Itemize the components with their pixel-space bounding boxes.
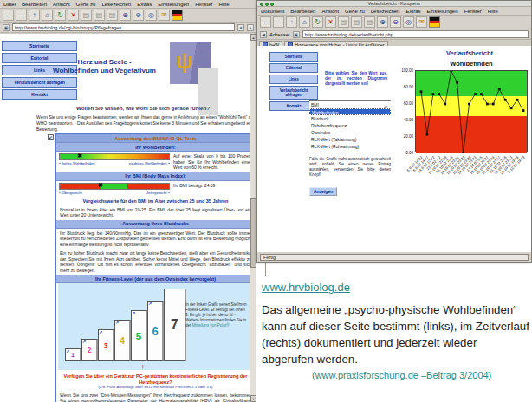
menu-item[interactable]: Gehe zu <box>345 9 365 14</box>
scroll-down-icon[interactable]: ▼ <box>250 395 256 402</box>
print-icon[interactable]: ▤ <box>364 16 375 28</box>
scrollbar-thumb[interactable] <box>250 198 256 268</box>
step-arrow-icon: ↗ <box>99 329 102 334</box>
menu-item[interactable]: Extras <box>405 9 420 14</box>
menu-item[interactable]: Bearbeiten <box>22 2 47 7</box>
caption-source-link[interactable]: (www.praxisforschung.de –Beitrag 3/2004) <box>262 370 531 380</box>
listbox-item[interactable]: BMI <box>309 101 391 108</box>
listbox-item[interactable]: Ruheherzfrequenz <box>309 122 391 129</box>
new-document-icon[interactable]: ▤ <box>81 10 92 21</box>
forward-icon[interactable]: → <box>16 10 27 21</box>
open-document-icon[interactable]: ▤ <box>351 16 362 28</box>
stop-icon[interactable]: ✕ <box>325 16 336 28</box>
find-icon[interactable]: ◎ <box>403 16 414 28</box>
listbox-item[interactable]: RLX-Wert (Taktatmung) <box>309 136 391 143</box>
sidebar-item[interactable]: Startseite <box>269 52 318 62</box>
wellbeing-row: ✖ « hohes Wohlbefinden niedriges Wohlbef… <box>56 152 255 172</box>
menu-item[interactable]: Ansicht <box>53 2 70 7</box>
listbox-item[interactable]: Wohlbefinden <box>309 108 391 115</box>
print-icon[interactable]: ▤ <box>107 10 118 21</box>
sidebar-item[interactable]: Kontakt <box>2 89 77 100</box>
find-icon[interactable]: ◎ <box>146 10 157 21</box>
reload-icon[interactable]: ↻ <box>312 16 323 28</box>
back-icon[interactable]: ← <box>3 10 14 21</box>
menu-item[interactable]: Einstellungen <box>158 2 189 7</box>
mail-icon[interactable]: ✉ <box>416 16 427 28</box>
anzeigen-button[interactable]: Anzeigen <box>309 187 337 196</box>
menu-item[interactable]: Einstellungen <box>426 9 457 14</box>
up-icon[interactable]: ↑ <box>286 16 297 28</box>
device-question-sub: (z.B. Polar Advantage oder S810 mit Soft… <box>56 385 255 391</box>
wellbeing-result-text: Auf einer Skala von 0 bis 100 Prozent ha… <box>170 153 252 171</box>
zoom-out-icon[interactable]: ⊖ <box>133 10 144 21</box>
stop-icon[interactable]: ✕ <box>68 10 79 21</box>
home-icon[interactable]: ⌂ <box>299 16 310 28</box>
refresh-note: Falls die Grafik nicht automatisch gewec… <box>309 157 391 178</box>
bmi-compare-text: Normal ist in Ihrem Alter ein BMI von 20… <box>56 205 255 220</box>
y-tick-label: 60.00 <box>389 101 413 106</box>
chart-line-svg <box>416 71 529 153</box>
menu-item[interactable]: Gehe zu <box>76 2 96 7</box>
zoom-in-icon[interactable]: ⊕ <box>120 10 131 21</box>
bloodpressure-text-1: Ihr Blutdruck liegt bei 140/90mmHg. Das … <box>56 229 255 250</box>
sidebar-item[interactable]: Startseite <box>2 41 77 51</box>
menu-item[interactable]: Bearbeiten <box>290 9 315 14</box>
home-icon[interactable]: ⌂ <box>42 10 53 21</box>
address-bar: ◀ Adresse: ▣ http://www.hrvbiolog.de/ver… <box>257 29 531 40</box>
bmi-scale-right-label: Untergewicht » <box>146 191 170 195</box>
menu-item[interactable]: Extras <box>137 2 152 7</box>
listbox-item[interactable]: Owsindex <box>309 129 391 136</box>
menu-item[interactable]: Dokument <box>261 9 284 14</box>
german-flag-icon[interactable] <box>429 16 440 28</box>
back-icon[interactable]: ← <box>260 16 271 28</box>
menu-item[interactable]: Hilfe <box>219 2 230 7</box>
checkbox-icon[interactable]: ✔ <box>48 134 54 140</box>
sidebar-item[interactable]: Verlaufsbericht abfragen <box>269 86 318 100</box>
vertical-scrollbar[interactable]: ▲ ▼ <box>250 34 256 402</box>
caption-text: Das allgemeine „psycho-physische Wohlbef… <box>262 302 531 368</box>
title-bar[interactable]: Verlaufsbericht - Konqueror <box>257 1 531 7</box>
wellbeing-header: Ihr Wohlbefinden: <box>56 143 255 152</box>
listbox-item[interactable]: Blutdruck <box>309 115 391 122</box>
step-arrow-icon: ↗ <box>132 310 135 315</box>
new-document-icon[interactable]: ▤ <box>338 16 349 28</box>
plot-area <box>415 70 528 152</box>
sidebar-item[interactable]: Links <box>269 75 318 84</box>
sidebar-item[interactable]: Verlaufsbericht abfragen <box>2 77 77 88</box>
sidebar-item[interactable]: Editorial <box>269 63 318 73</box>
hrvbiolog-link[interactable]: www.hrvbiolog.de <box>262 281 350 294</box>
menu-item[interactable]: Fenster <box>464 9 482 14</box>
intro-paragraph: Wenn Sie uns einige Fragen beantworten, … <box>36 114 255 132</box>
german-flag-icon[interactable] <box>172 10 183 21</box>
listbox-item[interactable]: RLX-Wert (Ruheatmung) <box>309 143 391 150</box>
psi-icon: ψ <box>176 48 193 75</box>
menu-item[interactable]: Ansicht <box>321 9 339 14</box>
bmi-header: Ihr BMI (Body Mass Index): <box>56 172 255 181</box>
clear-location-icon[interactable]: ▾ <box>237 24 244 31</box>
polar-link[interactable]: Mitteilung von Polar® <box>192 323 230 327</box>
scroll-up-icon[interactable]: ▲ <box>250 34 256 41</box>
menu-item[interactable]: Fenster <box>195 2 212 7</box>
forward-icon[interactable]: → <box>273 16 284 28</box>
menu-item[interactable]: Hilfe <box>488 9 498 14</box>
menu-item[interactable]: Datei <box>3 2 16 7</box>
url-input[interactable]: http://www.hrvbiolog.de/cgi-bin/hrv.py/P… <box>12 23 235 31</box>
clear-location-icon[interactable]: ◀ <box>260 31 267 38</box>
fitness-step: ↗2 <box>81 339 98 361</box>
reload-icon[interactable]: ↻ <box>55 10 66 21</box>
menu-item[interactable]: Lesezeichen <box>101 2 131 7</box>
mail-icon[interactable]: ✉ <box>159 10 170 21</box>
url-input[interactable]: http://www.hrvbiolog.de/verlaufbericht.p… <box>302 30 529 38</box>
go-icon[interactable]: » <box>247 24 254 31</box>
step-arrow-icon: ↗ <box>115 320 119 325</box>
up-icon[interactable]: ↑ <box>29 10 40 21</box>
menu-bar: DateiBearbeitenAnsichtGehe zuLesezeichen… <box>0 0 256 9</box>
menu-item[interactable]: Lesezeichen <box>371 9 400 14</box>
open-document-icon[interactable]: ▤ <box>94 10 105 21</box>
fitness-header: Ihr Fitness-Level (der aus dem Owsindex … <box>56 275 255 283</box>
zoom-out-icon[interactable]: ⊖ <box>390 16 401 28</box>
zoom-in-icon[interactable]: ⊕ <box>377 16 388 28</box>
bookmark-icon[interactable]: ▣ <box>3 24 10 31</box>
toolbar: ←→↑⌂↻✕▤▤▤⊕⊖◎✉ <box>257 16 531 29</box>
bmi-scale-bar: ✖ <box>59 183 170 190</box>
